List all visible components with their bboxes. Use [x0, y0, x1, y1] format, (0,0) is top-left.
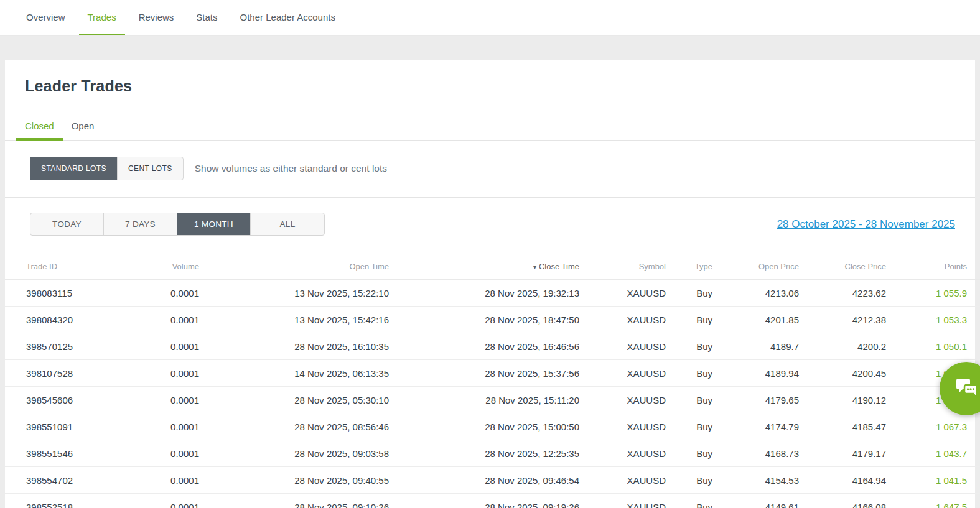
- lots-toggle-row: STANDARD LOTSCENT LOTS Show volumes as e…: [5, 141, 975, 198]
- cell-close_price: 4200.45: [799, 360, 886, 387]
- cell-open_price: 4189.94: [712, 360, 799, 387]
- cell-volume: 0.0001: [126, 467, 199, 494]
- date-range-link[interactable]: 28 October 2025 - 28 November 2025: [777, 218, 955, 231]
- cell-volume: 0.0001: [126, 387, 199, 413]
- cell-type: Buy: [666, 280, 712, 307]
- cell-open_price: 4154.53: [712, 467, 799, 494]
- column-header-close_price[interactable]: Close Price: [799, 252, 886, 280]
- cell-volume: 0.0001: [126, 307, 199, 333]
- table-row: 3980831150.000113 Nov 2025, 15:22:1028 N…: [5, 280, 980, 307]
- period-filter: TODAY7 DAYS1 MONTHALL: [30, 213, 325, 236]
- trade-state-tabs: ClosedOpen: [5, 115, 975, 141]
- cell-symbol: XAUUSD: [579, 413, 666, 440]
- table-row: 3985510910.000128 Nov 2025, 08:56:4628 N…: [5, 413, 980, 440]
- cell-open_price: 4174.79: [712, 413, 799, 440]
- cell-open_price: 4189.7: [712, 333, 799, 360]
- period-option-all[interactable]: ALL: [251, 213, 324, 235]
- column-header-points[interactable]: Points: [886, 252, 980, 280]
- table-row: 3985547020.000128 Nov 2025, 09:40:5528 N…: [5, 467, 980, 494]
- table-header-row: Trade IDVolumeOpen Time▾Close TimeSymbol…: [5, 252, 980, 280]
- cell-open_time: 28 Nov 2025, 16:10:35: [199, 333, 389, 360]
- table-row: 3985515460.000128 Nov 2025, 09:03:5828 N…: [5, 440, 980, 467]
- period-option-7-days[interactable]: 7 DAYS: [104, 213, 177, 235]
- cell-symbol: XAUUSD: [579, 280, 666, 307]
- cell-volume: 0.0001: [126, 494, 199, 508]
- column-header-open_time[interactable]: Open Time: [199, 252, 389, 280]
- period-option-today[interactable]: TODAY: [30, 213, 104, 235]
- column-header-id[interactable]: Trade ID: [5, 252, 126, 280]
- cell-points: 1 067.3: [886, 413, 980, 440]
- column-header-volume[interactable]: Volume: [126, 252, 199, 280]
- cell-type: Buy: [666, 413, 712, 440]
- cell-close_price: 4166.08: [799, 494, 886, 508]
- cell-volume: 0.0001: [126, 360, 199, 387]
- cell-id: 398551091: [5, 413, 126, 440]
- cell-id: 398107528: [5, 360, 126, 387]
- cell-open_price: 4201.85: [712, 307, 799, 333]
- cell-type: Buy: [666, 360, 712, 387]
- cell-symbol: XAUUSD: [579, 387, 666, 413]
- period-option-1-month[interactable]: 1 MONTH: [177, 213, 251, 236]
- table-row: 3980843200.000113 Nov 2025, 15:42:1628 N…: [5, 307, 980, 333]
- cell-id: 398545606: [5, 387, 126, 413]
- tab-trades[interactable]: Trades: [79, 0, 125, 35]
- cell-close_time: 28 Nov 2025, 15:11:20: [389, 387, 579, 413]
- cell-points: 1 053.3: [886, 307, 980, 333]
- cell-symbol: XAUUSD: [579, 307, 666, 333]
- tab-other-leader-accounts[interactable]: Other Leader Accounts: [231, 0, 344, 35]
- table-row: 3985456060.000128 Nov 2025, 05:30:1028 N…: [5, 387, 980, 413]
- period-filter-row: TODAY7 DAYS1 MONTHALL 28 October 2025 - …: [5, 198, 975, 252]
- tab-overview[interactable]: Overview: [17, 0, 74, 35]
- cell-symbol: XAUUSD: [579, 494, 666, 508]
- lots-option-cent-lots[interactable]: CENT LOTS: [117, 157, 184, 180]
- cell-id: 398084320: [5, 307, 126, 333]
- tab-stats[interactable]: Stats: [187, 0, 226, 35]
- table-row: 3985525180.000128 Nov 2025, 09:10:2628 N…: [5, 494, 980, 508]
- cell-close_time: 28 Nov 2025, 19:32:13: [389, 280, 579, 307]
- trade-tab-closed[interactable]: Closed: [16, 115, 63, 141]
- cell-type: Buy: [666, 440, 712, 467]
- cell-close_time: 28 Nov 2025, 09:19:26: [389, 494, 579, 508]
- cell-symbol: XAUUSD: [579, 333, 666, 360]
- cell-open_time: 13 Nov 2025, 15:22:10: [199, 280, 389, 307]
- cell-volume: 0.0001: [126, 280, 199, 307]
- cell-open_time: 13 Nov 2025, 15:42:16: [199, 307, 389, 333]
- leader-trades-card: Leader Trades ClosedOpen STANDARD LOTSCE…: [5, 60, 975, 508]
- cell-open_time: 28 Nov 2025, 09:10:26: [199, 494, 389, 508]
- cell-close_time: 28 Nov 2025, 16:46:56: [389, 333, 579, 360]
- table-row: 3985701250.000128 Nov 2025, 16:10:3528 N…: [5, 333, 980, 360]
- column-header-type[interactable]: Type: [666, 252, 712, 280]
- cell-symbol: XAUUSD: [579, 360, 666, 387]
- cell-open_price: 4213.06: [712, 280, 799, 307]
- sort-descending-icon: ▾: [533, 264, 536, 270]
- page-title: Leader Trades: [5, 60, 975, 95]
- cell-points: 1 647.5: [886, 494, 980, 508]
- lots-option-standard-lots[interactable]: STANDARD LOTS: [30, 157, 117, 180]
- cell-type: Buy: [666, 467, 712, 494]
- lots-toggle: STANDARD LOTSCENT LOTS: [30, 157, 184, 180]
- cell-close_price: 4190.12: [799, 387, 886, 413]
- cell-type: Buy: [666, 333, 712, 360]
- cell-open_price: 4179.65: [712, 387, 799, 413]
- cell-close_price: 4200.2: [799, 333, 886, 360]
- cell-close_time: 28 Nov 2025, 12:25:35: [389, 440, 579, 467]
- lots-description: Show volumes as either standard or cent …: [195, 163, 387, 174]
- cell-close_time: 28 Nov 2025, 15:00:50: [389, 413, 579, 440]
- top-navigation: OverviewTradesReviewsStatsOther Leader A…: [0, 0, 980, 36]
- cell-open_price: 4168.73: [712, 440, 799, 467]
- cell-id: 398570125: [5, 333, 126, 360]
- cell-symbol: XAUUSD: [579, 467, 666, 494]
- cell-open_time: 28 Nov 2025, 09:40:55: [199, 467, 389, 494]
- cell-type: Buy: [666, 494, 712, 508]
- trade-tab-open[interactable]: Open: [63, 115, 103, 141]
- column-header-close_time[interactable]: ▾Close Time: [389, 252, 579, 280]
- tab-reviews[interactable]: Reviews: [130, 0, 183, 35]
- column-header-open_price[interactable]: Open Price: [712, 252, 799, 280]
- cell-symbol: XAUUSD: [579, 440, 666, 467]
- cell-close_price: 4212.38: [799, 307, 886, 333]
- column-header-symbol[interactable]: Symbol: [579, 252, 666, 280]
- cell-id: 398552518: [5, 494, 126, 508]
- cell-volume: 0.0001: [126, 413, 199, 440]
- cell-volume: 0.0001: [126, 333, 199, 360]
- cell-close_time: 28 Nov 2025, 09:46:54: [389, 467, 579, 494]
